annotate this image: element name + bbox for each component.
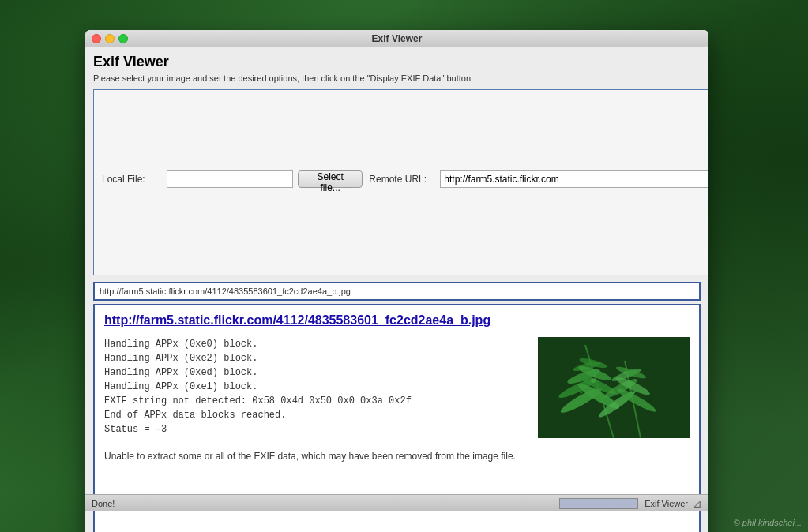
log-line-6: End of APPx data blocks reached.: [104, 408, 522, 422]
remote-url-label: Remote URL:: [369, 174, 440, 185]
log-line-1: Handling APPx (0xe0) block.: [104, 337, 522, 351]
maximize-button[interactable]: [118, 34, 128, 43]
results-url-link[interactable]: http://farm5.static.flickr.com/4112/4835…: [104, 313, 690, 328]
window-title: Exif Viewer: [372, 33, 423, 44]
url-display-bar: http://farm5.static.flickr.com/4112/4835…: [93, 282, 701, 301]
svg-rect-1: [538, 337, 690, 438]
watermark: © phil kindschei...: [734, 518, 802, 527]
remote-url-input[interactable]: [440, 170, 708, 188]
app-title: Exif Viewer: [93, 54, 701, 70]
url-text: http://farm5.static.flickr.com/4112/4835…: [100, 287, 351, 296]
remote-url-row: Remote URL:: [369, 98, 708, 260]
status-text: Done!: [92, 499, 559, 508]
local-file-input[interactable]: [167, 170, 293, 188]
results-body: Handling APPx (0xe0) block. Handling APP…: [104, 337, 690, 463]
traffic-lights: [92, 34, 128, 43]
log-line-3: Handling APPx (0xed) block.: [104, 365, 522, 380]
image-thumbnail: [538, 337, 690, 438]
log-line-5: EXIF string not detected: 0x58 0x4d 0x50…: [104, 394, 522, 408]
form-panel: Local File: Select file... Remote URL: D…: [93, 89, 708, 275]
close-button[interactable]: [92, 34, 101, 43]
log-line-7: Status = -3: [104, 422, 522, 436]
log-line-4: Handling APPx (0xe1) block.: [104, 380, 522, 394]
main-window: Exif Viewer Exif Viewer Please select yo…: [85, 30, 708, 532]
local-file-row: Local File: Select file...: [102, 98, 363, 260]
statusbar: Done! Exif Viewer ⊿: [85, 494, 708, 511]
local-file-label: Local File:: [102, 174, 167, 185]
svg-point-18: [591, 378, 596, 383]
log-line-2: Handling APPx (0xe2) block.: [104, 351, 522, 365]
titlebar: Exif Viewer: [85, 30, 708, 47]
error-message: Unable to extract some or all of the EXI…: [104, 449, 522, 463]
select-file-button[interactable]: Select file...: [298, 170, 363, 188]
app-subtitle: Please select your image and set the des…: [93, 73, 701, 83]
status-app-name: Exif Viewer: [645, 499, 688, 508]
svg-point-19: [623, 371, 626, 374]
progress-bar: [559, 498, 638, 509]
minimize-button[interactable]: [105, 34, 115, 43]
results-log: Handling APPx (0xe0) block. Handling APP…: [104, 337, 522, 463]
svg-point-20: [580, 391, 583, 394]
resize-icon[interactable]: ⊿: [693, 497, 702, 510]
window-body: Exif Viewer Please select your image and…: [85, 47, 708, 532]
